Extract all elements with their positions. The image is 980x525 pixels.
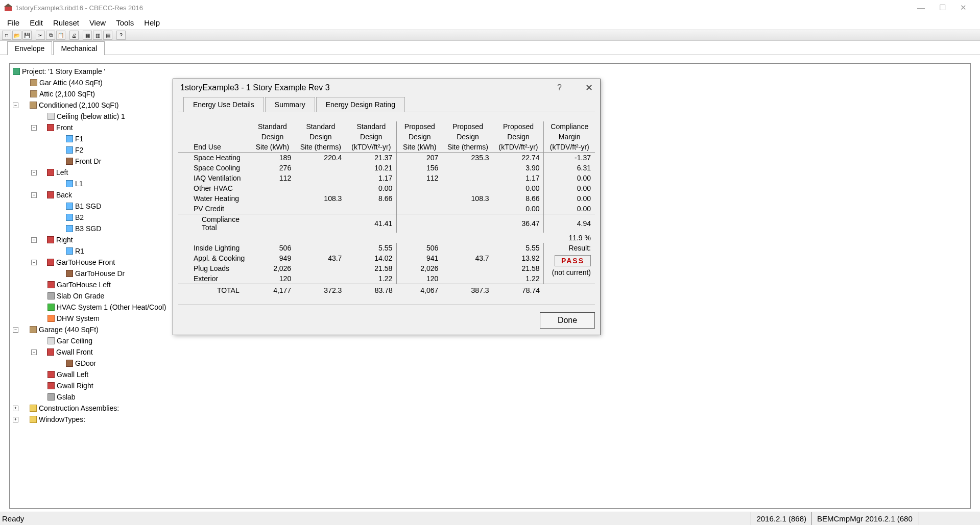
tree-item[interactable]: Gwall Right — [57, 380, 93, 391]
tree-item[interactable]: F1 — [75, 133, 83, 144]
col-header: Margin — [544, 132, 595, 142]
tree-item[interactable]: B1 SGD — [75, 201, 101, 212]
close-icon[interactable]: ✕ — [960, 3, 967, 12]
cell — [295, 263, 346, 273]
tree-item[interactable]: GarToHouse Dr — [75, 268, 125, 279]
tree-item[interactable]: Gwall Left — [57, 369, 88, 380]
row-label: Plug Loads — [178, 263, 250, 273]
tree-item[interactable]: Front Dr — [75, 156, 101, 167]
expand-icon[interactable]: + — [13, 406, 18, 411]
tree-item[interactable]: B2 — [75, 212, 84, 223]
cell: 8.66 — [346, 193, 396, 204]
menu-edit[interactable]: Edit — [25, 16, 48, 29]
energy-table: Standard Standard Standard Proposed Prop… — [178, 121, 595, 295]
not-current-label: (not current) — [548, 268, 591, 277]
tree-item[interactable]: L1 — [75, 178, 83, 189]
cut-icon[interactable]: ✂ — [36, 31, 45, 40]
collapse-icon[interactable]: − — [31, 192, 37, 198]
tree-item[interactable]: R1 — [75, 245, 84, 257]
cell: 0.00 — [493, 183, 544, 193]
tree-item[interactable]: F2 — [75, 144, 83, 156]
tree-item[interactable]: Attic (2,100 SqFt) — [39, 88, 95, 99]
collapse-icon[interactable]: − — [31, 349, 37, 355]
tree-item[interactable]: Garage (440 SqFt) — [39, 324, 99, 335]
folder-icon — [30, 416, 37, 423]
cell — [346, 204, 396, 214]
tree-item[interactable]: Back — [56, 189, 72, 201]
tree-item[interactable]: Gslab — [57, 391, 76, 403]
window-icon — [66, 203, 73, 210]
cell: 21.58 — [346, 263, 396, 273]
tree-item[interactable]: GarToHouse Left — [57, 279, 111, 290]
tab-summary[interactable]: Summary — [265, 97, 315, 112]
tree-project[interactable]: Project: '1 Story Example ' — [22, 66, 105, 77]
new-icon[interactable]: □ — [2, 31, 11, 40]
tab-envelope[interactable]: Envelope — [7, 41, 52, 55]
copy-icon[interactable]: ⧉ — [46, 31, 55, 40]
menu-help[interactable]: Help — [139, 16, 165, 29]
paste-icon[interactable]: 📋 — [56, 31, 65, 40]
cell: 8.66 — [493, 193, 544, 204]
collapse-icon[interactable]: − — [31, 125, 37, 131]
tree-item[interactable]: Ceiling (below attic) 1 — [57, 111, 125, 122]
tree-item[interactable]: HVAC System 1 (Other Heat/Cool) — [57, 302, 166, 313]
tab-mechanical[interactable]: Mechanical — [53, 41, 105, 55]
col-header: Design — [295, 132, 346, 142]
collapse-icon[interactable]: − — [31, 237, 37, 243]
tree-item[interactable]: GarToHouse Front — [56, 257, 115, 268]
tab-energy-rating[interactable]: Energy Design Rating — [316, 97, 405, 112]
print-icon[interactable]: 🖨 — [69, 31, 79, 40]
tree-item[interactable]: Slab On Grade — [57, 290, 104, 302]
col-header: (kTDV/ft²-yr) — [544, 142, 595, 153]
tree-item[interactable]: Right — [56, 234, 73, 245]
tree-item[interactable]: Gar Attic (440 SqFt) — [39, 77, 103, 88]
tree-item[interactable]: GDoor — [75, 358, 96, 369]
tree-item[interactable]: WindowTypes: — [39, 414, 85, 425]
cell: 1.22 — [346, 273, 396, 284]
collapse-icon[interactable]: − — [13, 103, 18, 108]
cell: 156 — [397, 163, 443, 173]
cell — [295, 183, 346, 193]
expand-icon[interactable]: + — [13, 417, 18, 422]
status-bem: BEMCmpMgr 2016.2.1 (680 — [811, 512, 919, 525]
maximize-icon[interactable]: ☐ — [939, 3, 946, 12]
col-header: Design — [442, 132, 493, 142]
tree-item[interactable]: B3 SGD — [75, 223, 101, 234]
tree-item[interactable]: Conditioned (2,100 SqFt) — [39, 99, 118, 111]
menu-ruleset[interactable]: Ruleset — [48, 16, 84, 29]
cell: 13.92 — [493, 253, 544, 263]
help-icon[interactable]: ? — [557, 83, 562, 92]
collapse-icon[interactable]: − — [13, 327, 18, 333]
tool1-icon[interactable]: ▦ — [83, 31, 92, 40]
wall-icon — [47, 348, 54, 356]
collapse-icon[interactable]: − — [31, 170, 37, 176]
cell: 21.58 — [493, 263, 544, 273]
col-header: (kTDV/ft²-yr) — [493, 142, 544, 153]
menu-tools[interactable]: Tools — [111, 16, 139, 29]
tool3-icon[interactable]: ▤ — [103, 31, 112, 40]
about-icon[interactable]: ? — [116, 31, 126, 40]
tab-energy-details[interactable]: Energy Use Details — [183, 97, 264, 112]
tree-item[interactable]: Gwall Front — [56, 346, 93, 358]
save-icon[interactable]: 💾 — [22, 31, 32, 40]
tree-item[interactable]: Left — [56, 167, 68, 178]
tool2-icon[interactable]: ▥ — [93, 31, 102, 40]
menu-file[interactable]: File — [2, 16, 25, 29]
collapse-icon[interactable]: − — [31, 260, 37, 265]
tree-item[interactable]: DHW System — [57, 313, 100, 324]
cell: 120 — [397, 273, 443, 284]
open-icon[interactable]: 📂 — [12, 31, 21, 40]
slab-icon — [47, 393, 55, 401]
col-header: Site (kWh) — [397, 142, 443, 153]
minimize-icon[interactable]: — — [917, 3, 925, 12]
done-button[interactable]: Done — [540, 312, 595, 329]
cell: 0.00 — [544, 183, 595, 193]
menu-view[interactable]: View — [84, 16, 111, 29]
close-icon[interactable]: ✕ — [585, 82, 593, 93]
cell — [295, 163, 346, 173]
tree-item[interactable]: Front — [56, 122, 73, 133]
tree-item[interactable]: Gar Ceiling — [57, 335, 92, 346]
hvac-icon — [47, 304, 55, 311]
cell: 10.21 — [346, 163, 396, 173]
tree-item[interactable]: Construction Assemblies: — [39, 403, 119, 414]
